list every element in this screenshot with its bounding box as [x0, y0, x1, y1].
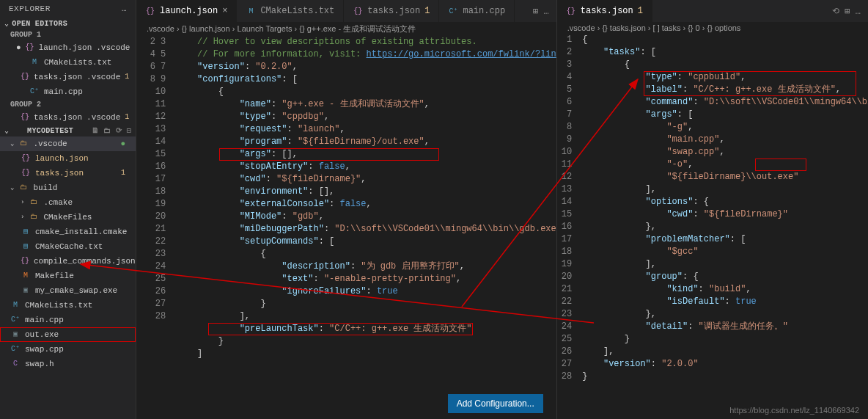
- file-icon: {}: [145, 6, 155, 16]
- file-cmakelists[interactable]: MCMakeLists.txt: [0, 298, 136, 313]
- group-1: GROUP 1: [0, 29, 136, 40]
- warn-badge: 1: [125, 111, 133, 124]
- breadcrumb-right[interactable]: .vscode › {} tasks.json › [ ] tasks › {}…: [557, 22, 868, 34]
- file-name: launch.json: [39, 41, 92, 54]
- tab-label: tasks.json: [581, 6, 633, 16]
- file-cmake-cache[interactable]: ▤CMakeCache.txt: [0, 239, 136, 254]
- tab-label: CMakeLists.txt: [260, 6, 334, 16]
- tab[interactable]: {}launch.json×: [136, 0, 237, 22]
- tab[interactable]: MCMakeLists.txt: [237, 0, 344, 22]
- file-makefile[interactable]: MMakefile: [0, 269, 136, 283]
- file-cmake-install[interactable]: ▤cmake_install.cmake: [0, 225, 136, 239]
- file-item[interactable]: C⁺ main.cpp: [0, 84, 136, 99]
- file-swap-h[interactable]: Cswap.h: [0, 357, 136, 371]
- file-tasks[interactable]: {}tasks.json1: [0, 166, 136, 181]
- git-status: ●: [120, 137, 130, 150]
- tab[interactable]: {}tasks.json1: [557, 0, 652, 22]
- folder-vscode[interactable]: ⌄🗀.vscode●: [0, 136, 136, 151]
- tab[interactable]: {}tasks.json1: [344, 0, 439, 22]
- explorer-sidebar: EXPLORER… OPEN EDITORS GROUP 1 ● {} laun…: [0, 0, 136, 419]
- code-right[interactable]: 1 2 3 4 5 6 7 8 9 10 11 12 13 14 15 16 1…: [557, 34, 868, 419]
- watermark: https://blog.csdn.net/lz_1140669342: [729, 406, 859, 415]
- tab-label: tasks.json: [367, 6, 420, 16]
- file-name: tasks.json: [34, 111, 82, 124]
- folder-cmakefiles[interactable]: ›🗀CMakeFiles: [0, 210, 136, 225]
- file-icon: {}: [21, 72, 29, 82]
- tab[interactable]: C⁺main.cpp: [439, 0, 515, 22]
- explorer-title: EXPLORER…: [0, 0, 136, 18]
- file-main[interactable]: C⁺main.cpp: [0, 313, 136, 327]
- file-out-exe[interactable]: ▣out.exe: [0, 327, 136, 342]
- close-icon[interactable]: ×: [222, 6, 227, 16]
- warn-badge: 1: [125, 70, 133, 84]
- tab-actions-left[interactable]: ⊞ …: [526, 0, 556, 22]
- file-name: CMakeLists.txt: [44, 56, 111, 69]
- file-launch[interactable]: {}launch.json: [0, 151, 136, 166]
- file-icon: M: [246, 6, 256, 16]
- file-item[interactable]: M CMakeLists.txt: [0, 55, 136, 70]
- file-icon: {}: [21, 112, 29, 123]
- file-icon: {}: [353, 6, 363, 16]
- section-open-editors[interactable]: OPEN EDITORS: [0, 18, 136, 29]
- file-icon: C⁺: [448, 6, 458, 16]
- file-icon: {}: [566, 6, 576, 16]
- editors-area: {}launch.json×MCMakeLists.txt{}tasks.jso…: [136, 0, 868, 419]
- tab-actions-right[interactable]: ⟲ ⊞ …: [825, 0, 868, 22]
- file-name: main.cpp: [44, 85, 83, 98]
- group-2: GROUP 2: [0, 99, 136, 110]
- tabs-left: {}launch.json×MCMakeLists.txt{}tasks.jso…: [136, 0, 556, 22]
- file-compile-cmds[interactable]: {}compile_commands.json: [0, 254, 136, 269]
- project-toolbar[interactable]: 🗎 🗀 ⟳ ⊟: [92, 126, 131, 135]
- file-name: tasks.json: [34, 70, 82, 84]
- folder-icon: 🗀: [18, 139, 29, 149]
- code-left[interactable]: 2 3 4 5 6 7 8 9 10 11 12 13 14 15 16 17 …: [136, 36, 556, 419]
- file-swap-cpp[interactable]: C⁺swap.cpp: [0, 342, 136, 357]
- tab-label: launch.json: [160, 6, 218, 16]
- editor-left: {}launch.json×MCMakeLists.txt{}tasks.jso…: [136, 0, 556, 419]
- file-icon: M: [29, 57, 40, 68]
- file-item[interactable]: ● {} launch.json .vscode: [0, 40, 136, 55]
- file-icon: {}: [26, 43, 34, 53]
- more-icon[interactable]: …: [122, 4, 127, 13]
- section-project[interactable]: MYCODETEST 🗎 🗀 ⟳ ⊟: [0, 125, 136, 136]
- file-item[interactable]: {} tasks.json .vscode 1: [0, 70, 136, 84]
- folder-build[interactable]: ⌄🗀build: [0, 181, 136, 195]
- file-swap-exe[interactable]: ▣my_cmake_swap.exe: [0, 283, 136, 298]
- file-item[interactable]: {} tasks.json .vscode 1: [0, 110, 136, 125]
- editor-right: {}tasks.json1⟲ ⊞ … .vscode › {} tasks.js…: [556, 0, 868, 419]
- add-configuration-button[interactable]: Add Configuration...: [448, 394, 543, 413]
- tabs-right: {}tasks.json1⟲ ⊞ …: [557, 0, 868, 22]
- file-icon: C⁺: [29, 87, 40, 97]
- folder-cmake[interactable]: ›🗀.cmake: [0, 195, 136, 210]
- tab-label: main.cpp: [463, 6, 505, 16]
- breadcrumb-left[interactable]: .vscode › {} launch.json › Launch Target…: [136, 22, 556, 36]
